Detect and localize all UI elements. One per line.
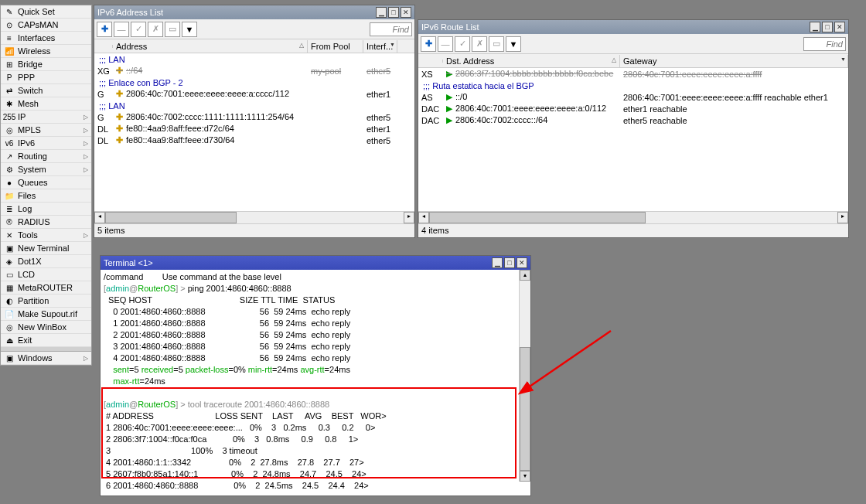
table-row[interactable]: DAC▶2806:40c:7001:eeee:eeee:eeee:a:0/112… [418,103,848,114]
sidebar-item-capsman[interactable]: ⊙CAPsMAN [1,19,91,32]
flag-cell: DAC [418,104,443,114]
sidebar-item-mesh[interactable]: ✱Mesh [1,97,91,111]
maximize-button[interactable]: □ [388,7,399,18]
table-row[interactable]: DL✚fe80::4aa9:8aff:feee:d730/64ether5 [94,135,414,146]
sidebar-item-interfaces[interactable]: ≡Interfaces [1,32,91,45]
table-body[interactable]: XS▶2806:3f7:1004:bbbb:bbbb:bbbb:f0ca:beb… [418,68,848,211]
sidebar-item-switch[interactable]: ⇄Switch [1,84,91,97]
minimize-button[interactable]: ▁ [810,22,820,32]
col-gateway[interactable]: Gateway▼ [620,55,848,67]
menu-icon: 255 [4,111,15,122]
sidebar-item-lcd[interactable]: ▭LCD [1,268,91,281]
comment-button[interactable]: ▭ [489,36,504,52]
enable-button[interactable]: ✓ [131,22,146,37]
h-scrollbar[interactable]: ◂▸ [94,211,414,223]
add-button[interactable]: ✚ [97,22,112,37]
sidebar-item-label: RADIUS [18,217,50,226]
table-comment-row[interactable]: ;;; Ruta estatica hacia el BGP [418,80,848,91]
sidebar-item-routing[interactable]: ↗Routing▷ [1,150,91,163]
sidebar-item-label: Bridge [18,60,43,69]
window-title: Terminal <1> [104,258,490,267]
sidebar-item-tools[interactable]: ✕Tools▷ [1,229,91,242]
table-comment-row[interactable]: ;;; LAN [94,53,414,65]
sidebar-item-wireless[interactable]: 📶Wireless [1,45,91,58]
col-flags[interactable] [418,60,443,63]
remove-button[interactable]: — [114,22,129,37]
minimize-button[interactable]: ▁ [376,7,387,18]
sidebar-item-log[interactable]: ≣Log [1,203,91,216]
close-button[interactable]: ✕ [834,22,845,32]
find-input[interactable] [370,22,412,36]
filter-button[interactable]: ▼ [182,22,197,37]
disable-button[interactable]: ✗ [148,22,163,37]
enable-button[interactable]: ✓ [455,36,470,52]
col-interface[interactable]: Interf...▼ [363,40,397,53]
sidebar-item-new-winbox[interactable]: ◎New WinBox [1,321,91,334]
remove-button[interactable]: — [438,36,453,52]
sidebar-item-radius[interactable]: ®RADIUS [1,216,91,229]
ipv6-address-list-window: IPv6 Address List ▁ □ ✕ ✚ — ✓ ✗ ▭ ▼ Addr… [94,5,415,238]
col-flags[interactable] [94,45,113,48]
minimize-button[interactable]: ▁ [492,257,503,268]
titlebar[interactable]: IPv6 Route List ▁ □ ✕ [418,20,848,34]
add-button[interactable]: ✚ [421,36,436,52]
h-scrollbar[interactable]: ◂▸ [418,211,848,223]
maximize-button[interactable]: □ [504,257,515,268]
table-row[interactable]: XS▶2806:3f7:1004:bbbb:bbbb:bbbb:f0ca:beb… [418,68,848,80]
sidebar-item-ipv6[interactable]: v6IPv6▷ [1,137,91,150]
sidebar-item-windows[interactable]: ▣Windows▷ [1,352,91,365]
sidebar-item-label: PPP [18,73,35,82]
titlebar[interactable]: Terminal <1> ▁ □ ✕ [101,256,530,270]
v-scrollbar[interactable]: ▴ ▾ [519,270,530,482]
table-row[interactable]: AS▶::/02806:40c:7001:eeee:eeee:eeee:a:ff… [418,91,848,103]
table-row[interactable]: XG✚::/64my-poolether5 [94,65,414,77]
scroll-down[interactable]: ▾ [520,471,530,482]
sidebar-item-dot1x[interactable]: ◈Dot1X [1,255,91,268]
address-cell: ✚fe80::4aa9:8aff:feee:d72c/64 [113,124,308,134]
toolbar: ✚ — ✓ ✗ ▭ ▼ [418,34,848,54]
menu-icon: ◐ [4,295,15,306]
sidebar-item-ppp[interactable]: PPPP [1,71,91,84]
close-button[interactable]: ✕ [517,257,527,268]
sidebar-item-exit[interactable]: ⏏Exit [1,334,91,347]
table-comment-row[interactable]: ;;; LAN [94,100,414,111]
table-row[interactable]: G✚2806:40c:7001:eeee:eeee:eeee:a:cccc/11… [94,88,414,100]
sidebar-item-label: Windows [18,353,53,363]
sidebar-item-bridge[interactable]: ⊞Bridge [1,58,91,71]
disable-button[interactable]: ✗ [472,36,487,52]
col-dst[interactable]: Dst. Address△ [443,55,620,67]
maximize-button[interactable]: □ [822,22,833,32]
col-address[interactable]: Address△ [113,40,308,53]
comment-button[interactable]: ▭ [165,22,180,37]
gateway-cell: 2806:40c:7001:eeee:eeee:eeee:a:ffff [620,70,848,79]
sidebar-item-make-supout.rif[interactable]: 📄Make Supout.rif [1,308,91,321]
find-input[interactable] [803,37,846,51]
sidebar-item-metarouter[interactable]: ▦MetaROUTER [1,281,91,295]
sidebar-item-files[interactable]: 📁Files [1,189,91,203]
table-row[interactable]: DL✚fe80::4aa9:8aff:feee:d72c/64ether1 [94,123,414,135]
table-row[interactable]: DAC▶2806:40c:7002:cccc::/64ether5 reacha… [418,114,848,126]
table-body[interactable]: ;;; LANXG✚::/64my-poolether5;;; Enlace c… [94,53,414,211]
col-from-pool[interactable]: From Pool [308,40,363,53]
table-header: Address△ From Pool Interf...▼ [94,39,414,53]
sidebar-item-label: Partition [18,296,49,305]
address-icon: ✚ [116,66,123,75]
sidebar-item-mpls[interactable]: ◎MPLS▷ [1,124,91,137]
sidebar-item-new-terminal[interactable]: ▣New Terminal [1,242,91,255]
sidebar-item-ip[interactable]: 255IP▷ [1,111,91,124]
table-header: Dst. Address△ Gateway▼ [418,54,848,68]
close-button[interactable]: ✕ [401,7,411,18]
sidebar-item-partition[interactable]: ◐Partition [1,295,91,308]
menu-icon: ✱ [4,98,15,109]
filter-button[interactable]: ▼ [506,36,521,52]
sidebar-item-system[interactable]: ⚙System▷ [1,163,91,176]
titlebar[interactable]: IPv6 Address List ▁ □ ✕ [94,5,414,19]
table-row[interactable]: G✚2806:40c:7002:cccc:1111:1111:1111:254/… [94,111,414,123]
scroll-up[interactable]: ▴ [520,270,530,281]
interface-cell: ether1 [363,90,402,99]
sidebar-item-quick-set[interactable]: ✎Quick Set [1,5,91,19]
gateway-cell: ether5 reachable [620,116,848,125]
route-icon: ▶ [446,104,452,113]
sidebar-item-queues[interactable]: ●Queues [1,176,91,189]
table-comment-row[interactable]: ;;; Enlace con BGP - 2 [94,77,414,88]
